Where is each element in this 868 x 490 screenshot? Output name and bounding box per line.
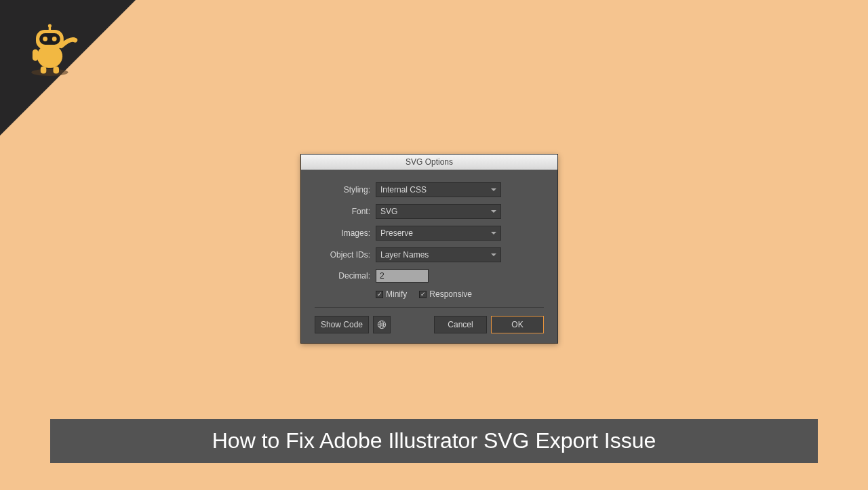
svg-rect-10 [33, 49, 39, 61]
svg-rect-8 [41, 66, 47, 73]
robot-mascot-icon [24, 22, 82, 82]
dialog-title: SVG Options [301, 155, 557, 170]
minify-checkbox[interactable]: ✓ Minify [376, 289, 407, 299]
show-code-button[interactable]: Show Code [315, 316, 369, 333]
object-ids-value: Layer Names [380, 250, 429, 260]
object-ids-select[interactable]: Layer Names [376, 247, 501, 262]
divider [315, 307, 544, 308]
responsive-label: Responsive [429, 289, 472, 299]
font-select[interactable]: SVG [376, 204, 501, 219]
decimal-label: Decimal: [315, 271, 370, 281]
article-caption: How to Fix Adobe Illustrator SVG Export … [50, 419, 818, 463]
svg-rect-3 [39, 33, 60, 45]
decimal-input[interactable] [376, 269, 429, 283]
cancel-button[interactable]: Cancel [434, 316, 487, 333]
dropdown-arrow-icon [491, 188, 496, 191]
svg-rect-9 [54, 66, 60, 73]
svg-point-0 [31, 69, 68, 76]
styling-select[interactable]: Internal CSS [376, 182, 501, 197]
styling-label: Styling: [315, 185, 370, 195]
preview-browser-button[interactable] [373, 316, 391, 333]
svg-point-7 [48, 24, 52, 27]
ok-button[interactable]: OK [491, 316, 544, 333]
images-value: Preserve [380, 228, 413, 238]
minify-label: Minify [386, 289, 407, 299]
dropdown-arrow-icon [491, 232, 496, 234]
font-value: SVG [380, 207, 397, 216]
svg-point-5 [52, 37, 57, 41]
checkbox-icon: ✓ [376, 291, 383, 298]
font-label: Font: [315, 207, 370, 216]
globe-icon [377, 320, 387, 329]
images-select[interactable]: Preserve [376, 226, 501, 241]
checkbox-icon: ✓ [419, 291, 427, 298]
svg-options-dialog: SVG Options Styling: Internal CSS Font: … [300, 154, 558, 344]
dropdown-arrow-icon [491, 210, 496, 213]
object-ids-label: Object IDs: [315, 250, 370, 260]
svg-point-4 [43, 37, 47, 41]
styling-value: Internal CSS [380, 185, 427, 195]
dropdown-arrow-icon [491, 253, 496, 256]
responsive-checkbox[interactable]: ✓ Responsive [419, 289, 472, 299]
images-label: Images: [315, 228, 370, 238]
